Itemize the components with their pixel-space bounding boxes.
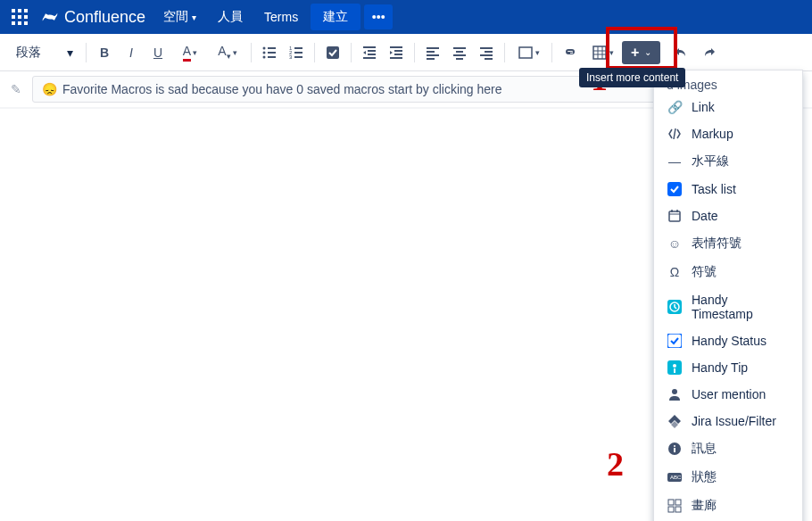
editor-toolbar: 段落▾ B I U A▾ A▾▾ 123 ▾ ▾ + ⌄ Insert more… (0, 34, 812, 71)
chevron-down-icon: ▾ (609, 48, 614, 57)
svg-rect-67 (668, 507, 674, 512)
svg-rect-14 (268, 56, 276, 58)
text-color-button[interactable]: A▾ (172, 40, 208, 65)
svg-rect-42 (519, 47, 532, 58)
tip-icon (667, 360, 683, 375)
task-icon (667, 182, 683, 196)
dd-link[interactable]: 🔗Link (654, 94, 802, 120)
dd-jira-issue[interactable]: Jira Issue/Filter (654, 408, 802, 434)
svg-rect-31 (427, 51, 435, 53)
chevron-down-icon: ▾ (67, 45, 73, 60)
user-icon (667, 387, 683, 401)
svg-rect-33 (427, 58, 435, 60)
link-icon: 🔗 (667, 100, 683, 114)
svg-rect-22 (363, 46, 376, 48)
calendar-icon (667, 209, 683, 223)
nav-spaces[interactable]: 空間▾ (154, 4, 205, 30)
app-name: Confluence (64, 8, 145, 27)
align-left-button[interactable] (420, 40, 445, 65)
dd-horizontal-rule[interactable]: —水平線 (654, 147, 802, 176)
svg-rect-0 (12, 9, 15, 12)
dd-date[interactable]: Date (654, 203, 802, 229)
svg-point-57 (673, 364, 676, 368)
svg-rect-12 (268, 52, 276, 54)
task-button[interactable] (320, 40, 345, 65)
align-right-button[interactable] (474, 40, 499, 65)
undo-button[interactable] (669, 40, 694, 65)
svg-rect-40 (480, 54, 493, 56)
svg-rect-26 (390, 46, 402, 48)
svg-rect-68 (675, 507, 681, 512)
hr-icon: — (667, 154, 683, 169)
more-formatting-button[interactable]: A▾▾ (210, 40, 245, 65)
info-icon (667, 442, 683, 456)
svg-rect-6 (12, 21, 15, 25)
svg-rect-5 (24, 15, 28, 19)
number-list-button[interactable]: 123 (284, 40, 309, 65)
svg-rect-35 (456, 51, 463, 53)
align-center-button[interactable] (447, 40, 472, 65)
app-switcher-icon[interactable] (7, 4, 32, 29)
italic-button[interactable]: I (119, 40, 144, 65)
dd-handy-status[interactable]: Handy Status (654, 327, 802, 354)
separator (86, 43, 87, 62)
svg-rect-28 (394, 54, 402, 55)
more-button[interactable]: ••• (364, 4, 393, 29)
table-button[interactable]: ▾ (584, 40, 620, 65)
svg-rect-66 (675, 500, 681, 505)
svg-rect-10 (268, 47, 276, 49)
dd-handy-tip[interactable]: Handy Tip (654, 354, 802, 381)
insert-more-dropdown: d images 🔗Link Markup —水平線 Task list Dat… (653, 70, 803, 521)
markup-icon (667, 127, 683, 141)
separator (351, 43, 352, 62)
nav-terms[interactable]: Terms (255, 4, 307, 29)
underline-button[interactable]: U (145, 40, 170, 65)
paragraph-style-select[interactable]: 段落▾ (9, 41, 80, 64)
svg-rect-43 (593, 46, 606, 59)
svg-rect-55 (667, 334, 682, 348)
chevron-down-icon: ⌄ (644, 47, 651, 57)
svg-point-9 (263, 46, 266, 49)
banner-text: Favorite Macros is sad because you have … (62, 82, 502, 96)
svg-rect-29 (390, 57, 402, 59)
dd-task-list[interactable]: Task list (654, 176, 802, 203)
svg-rect-37 (456, 58, 463, 60)
separator (414, 43, 415, 62)
svg-rect-20 (294, 56, 302, 58)
plus-icon: + (631, 45, 639, 61)
dd-user-mention[interactable]: User mention (654, 381, 802, 408)
svg-point-61 (674, 445, 675, 447)
outdent-button[interactable] (357, 40, 382, 65)
svg-point-13 (263, 55, 266, 58)
sad-emoji-icon: 😞 (42, 82, 57, 96)
layout-button[interactable]: ▾ (510, 40, 546, 65)
svg-rect-18 (294, 52, 302, 54)
dd-emoji[interactable]: ☺表情符號 (654, 229, 802, 258)
svg-rect-58 (674, 368, 675, 373)
svg-rect-34 (453, 47, 466, 49)
dd-gallery[interactable]: 畫廊 (654, 492, 802, 520)
separator (504, 43, 505, 62)
create-button[interactable]: 建立 (311, 4, 360, 30)
bold-button[interactable]: B (92, 40, 117, 65)
svg-rect-49 (669, 211, 680, 221)
status-icon: ABC (667, 470, 683, 484)
indent-button[interactable] (384, 40, 409, 65)
chevron-down-icon: ▾ (192, 12, 196, 22)
redo-button[interactable] (696, 40, 721, 65)
svg-rect-38 (480, 47, 493, 49)
svg-rect-4 (18, 15, 21, 19)
dd-markup[interactable]: Markup (654, 120, 802, 147)
insert-more-button[interactable]: + ⌄ (622, 41, 660, 64)
svg-rect-41 (485, 58, 493, 60)
svg-text:ABC: ABC (670, 475, 682, 480)
link-button[interactable] (558, 40, 583, 65)
bullet-list-button[interactable] (257, 40, 282, 65)
nav-people[interactable]: 人員 (209, 4, 252, 30)
dd-symbol[interactable]: Ω符號 (654, 258, 802, 286)
clock-icon (667, 300, 683, 314)
dd-status[interactable]: ABC狀態 (654, 463, 802, 492)
dd-handy-timestamp[interactable]: Handy Timestamp (654, 286, 802, 327)
dd-info[interactable]: 訊息 (654, 434, 802, 463)
confluence-logo[interactable]: Confluence (41, 8, 145, 27)
